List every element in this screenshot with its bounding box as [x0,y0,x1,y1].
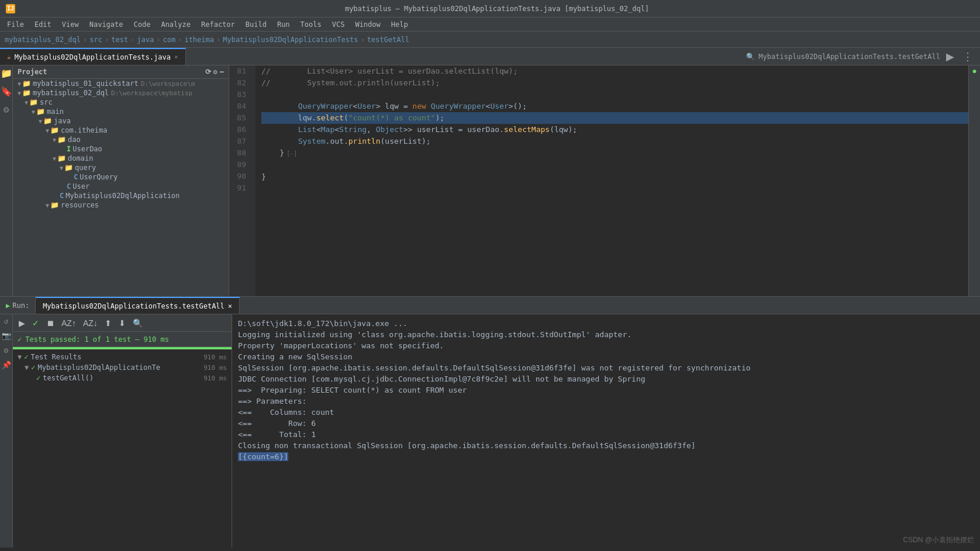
menu-item-refactor[interactable]: Refactor [196,19,240,30]
breadcrumb-item-5[interactable]: itheima [184,36,214,44]
tree-item-13[interactable]: ▼ 📁 resources [13,200,229,210]
test-stop-button[interactable]: ⏹ [44,317,57,329]
tree-text-13: resources [61,201,99,209]
console-output[interactable]: D:\soft\jdk1.8.0_172\bin\java.exe ...Log… [232,314,980,547]
run-tab-close[interactable]: × [228,302,232,310]
rerun-icon[interactable]: ↺ [4,317,9,325]
settings-icon[interactable]: ⚙ [4,346,9,355]
folder-icon-4: 📁 [43,117,52,125]
run-button[interactable]: ▶ [944,49,957,64]
code-line-90[interactable]: } [261,171,968,183]
menu-item-help[interactable]: Help [387,19,413,30]
more-options-button[interactable]: ⋮ [960,49,975,64]
test-pass-filter[interactable]: ✓ [30,317,42,329]
menu-item-tools[interactable]: Tools [296,19,326,30]
tree-item-1[interactable]: ▼ 📁 mybatisplus_02_dqlD:\workspace\mybat… [13,88,229,98]
line-num-91: 91 [229,182,251,194]
code-line-88[interactable]: }[-] [261,147,968,160]
test-sort-az[interactable]: AZ↑ [59,317,78,329]
code-line-91[interactable] [261,183,968,195]
breadcrumb-sep-6: › [360,36,364,44]
code-line-89[interactable] [261,160,968,171]
code-container[interactable]: 8182838485868788899091 // List<User> use… [229,65,968,296]
code-line-81[interactable]: // List<User> userList = userDao.selectL… [261,65,968,77]
sidebar-sync-icon[interactable]: ⟳ [205,68,211,76]
test-search-button[interactable]: 🔍 [130,317,145,329]
test-sort-za[interactable]: AZ↓ [81,317,100,329]
menu-item-run[interactable]: Run [272,19,295,30]
run-tab-active[interactable]: Mybatisplus02DqlApplicationTests.testGet… [36,297,240,314]
sidebar-collapse-icon[interactable]: — [220,68,224,76]
tree-item-10[interactable]: C UserQuery [13,172,229,182]
folder-icon-2: 📁 [29,98,38,106]
tab-close[interactable]: × [174,53,178,61]
menu-item-view[interactable]: View [57,19,84,30]
code-line-84[interactable]: QueryWrapper<User> lqw = new QueryWrappe… [261,101,968,112]
test-class-item[interactable]: ▼ ✓ Mybatisplus02DqlApplicationTe 910 ms [13,362,232,373]
structure-icon[interactable]: ⚙ [4,104,9,115]
camera-icon[interactable]: 📷 [2,331,11,340]
tree-item-5[interactable]: ▼ 📁 com.itheima [13,126,229,135]
pin-icon[interactable]: 📌 [2,361,11,369]
test-collapse[interactable]: ⬇ [116,317,128,329]
tree-item-12[interactable]: C Mybatisplus02DqlApplication [13,191,229,200]
run-label: ▶ Run: [0,297,36,314]
menu-item-navigate[interactable]: Navigate [85,19,128,30]
test-results-root[interactable]: ▼ ✓ Test Results 910 ms [13,352,232,362]
line-num-84: 84 [229,101,251,112]
editor-tab-active[interactable]: ☕ Mybatisplus02DqlApplicationTests.java … [0,48,186,65]
line-num-86: 86 [229,124,251,136]
run-area: ↺ 📷 ⚙ 📌 ▶ ✓ ⏹ AZ↑ AZ↓ ⬆ ⬇ 🔍 ✓ Tests pass… [0,314,980,547]
tree-text-8: domain [68,154,93,162]
class-icon-11: C [67,182,71,190]
code-line-86[interactable]: List<Map<String, Object>> userList = use… [261,124,968,136]
console-line-4: SqlSession [org.apache.ibatis.session.de… [238,362,974,373]
tree-item-8[interactable]: ▼ 📁 domain [13,154,229,163]
line-num-89: 89 [229,159,251,171]
tree-item-4[interactable]: ▼ 📁 java [13,116,229,126]
code-lines[interactable]: // List<User> userList = userDao.selectL… [256,65,968,296]
line-num-88: 88 [229,147,251,159]
code-line-85[interactable]: lqw.select("count(*) as count"); [261,112,968,124]
menu-item-file[interactable]: File [2,19,29,30]
test-expand[interactable]: ⬆ [102,317,114,329]
project-icon[interactable]: 📁 [1,68,12,79]
tabs-bar: ☕ Mybatisplus02DqlApplicationTests.java … [0,48,980,65]
test-play-button[interactable]: ▶ [16,317,27,329]
menu-item-vcs[interactable]: VCS [327,19,350,30]
menu-item-build[interactable]: Build [241,19,271,30]
tree-item-0[interactable]: ▼ 📁 mybatisplus_01_quickstartD:\workspac… [13,79,229,88]
bookmark-icon[interactable]: 🔖 [1,86,12,97]
test-class-label: Mybatisplus02DqlApplicationTe [37,363,160,372]
code-line-87[interactable]: System.out.println(userList); [261,136,968,147]
tree-item-3[interactable]: ▼ 📁 main [13,107,229,116]
breadcrumb-item-6[interactable]: Mybatisplus02DqlApplicationTests [223,36,358,44]
tree-item-7[interactable]: I UserDao [13,144,229,154]
code-line-82[interactable]: // System.out.println(userList); [261,77,968,89]
code-line-83[interactable] [261,89,968,101]
breadcrumb-item-3[interactable]: java [137,36,154,44]
menu-item-code[interactable]: Code [129,19,156,30]
tree-path-0: D:\workspace\m [141,80,195,88]
console-line-12: [{count=6}] [238,451,974,462]
sidebar: Project ⟳ ⚙ — ▼ 📁 mybatisplus_01_quickst… [13,65,229,296]
sidebar-tree: ▼ 📁 mybatisplus_01_quickstartD:\workspac… [13,79,229,210]
tree-item-11[interactable]: C User [13,182,229,191]
test-method-item[interactable]: ✓ testGetAll() 910 ms [13,373,232,383]
tree-item-2[interactable]: ▼ 📁 src [13,98,229,107]
breadcrumb-item-7[interactable]: testGetAll [367,36,409,44]
tree-item-9[interactable]: ▼ 📁 query [13,163,229,172]
tree-item-6[interactable]: ▼ 📁 dao [13,135,229,144]
menu-item-analyze[interactable]: Analyze [156,19,195,30]
menu-item-window[interactable]: Window [350,19,385,30]
breadcrumb-item-0[interactable]: mybatisplus_02_dql [5,36,81,44]
breadcrumb-item-1[interactable]: src [89,36,102,44]
sidebar-cog-icon[interactable]: ⚙ [213,68,218,76]
breadcrumb-item-2[interactable]: test [111,36,128,44]
menu-item-edit[interactable]: Edit [30,19,56,30]
fold-icon-88[interactable]: [-] [287,150,297,157]
tree-arrow-6: ▼ [53,137,56,143]
breadcrumb-item-4[interactable]: com [163,36,175,44]
line-num-85: 85 [229,112,251,124]
status-text: Tests passed: 1 of 1 test – 910 ms [25,335,169,344]
